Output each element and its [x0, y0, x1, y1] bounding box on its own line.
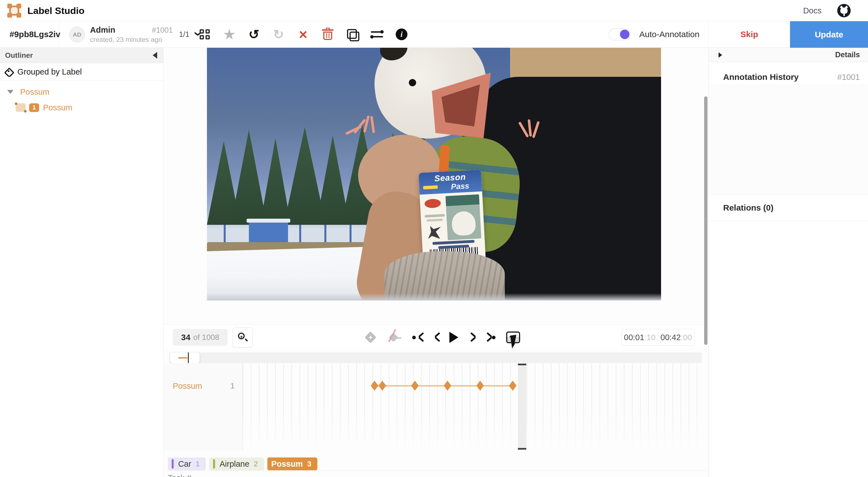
timeline-panel: Possum 1 [164, 363, 702, 451]
duplicate-annotation-button[interactable] [345, 27, 360, 42]
task-id[interactable]: #9pb8Lgs2iv [0, 21, 59, 47]
update-button[interactable]: Update [790, 21, 868, 48]
season-pass-badge: Season Pass [418, 170, 486, 265]
label-chip-airplane[interactable]: Airplane2 [209, 457, 264, 470]
keyframe-diamond[interactable] [411, 381, 418, 391]
close-icon: × [299, 27, 307, 42]
grouping-selector[interactable]: Grouped by Label [0, 63, 163, 81]
toggle-knob [620, 30, 629, 39]
next-frame-button[interactable] [469, 331, 474, 344]
outliner-group-possum[interactable]: Possum [0, 84, 163, 100]
info-icon: i [396, 29, 407, 40]
github-icon[interactable] [837, 4, 851, 17]
keyframe-diamond[interactable] [444, 381, 451, 391]
video-building [249, 222, 288, 244]
collapse-panel-icon[interactable] [719, 52, 722, 58]
annotation-history-id: #1001 [837, 73, 860, 82]
previous-keyframe-button[interactable] [412, 331, 423, 344]
annotation-meta[interactable]: Admin #1001 created, 23 minutes ago [90, 25, 173, 43]
previous-frame-button[interactable] [433, 331, 439, 344]
annotation-id: #1001 [152, 26, 173, 35]
settings-button[interactable] [370, 27, 384, 42]
grouping-label: Grouped by Label [17, 67, 82, 76]
outliner-region-possum[interactable]: 1 Possum [0, 100, 163, 115]
total-time[interactable]: 00:42:00 [658, 329, 694, 345]
timeline-playhead[interactable] [518, 364, 526, 450]
chevron-right-icon [485, 332, 491, 342]
tag-icon [4, 68, 13, 76]
time-display: 00:01:10 00:42:00 [621, 329, 694, 346]
timeline-minimap[interactable] [170, 352, 702, 363]
details-title: Details [835, 50, 860, 59]
view-all-button[interactable] [197, 27, 212, 42]
minimap-playhead[interactable] [188, 352, 189, 363]
keyframe-diamond[interactable] [509, 381, 517, 391]
label-color-bar [213, 459, 215, 469]
auto-annotation-toggle[interactable] [609, 28, 631, 40]
label-chip-possum[interactable]: Possum3 [267, 457, 317, 470]
zoom-button[interactable]: + [232, 327, 253, 347]
add-keyframe-button[interactable]: + [366, 331, 375, 344]
trash-icon [323, 29, 333, 40]
playback-controls: + [366, 329, 520, 346]
redo-icon: ↻ [273, 27, 284, 42]
keyframe-diamond[interactable] [371, 381, 378, 391]
label-studio-logo-icon[interactable] [7, 4, 21, 18]
label-hotkey: 1 [196, 460, 200, 468]
copy-icon [347, 29, 358, 40]
main-stage: Season Pass 34 of 1008 [164, 48, 708, 477]
annotation-toolbar: ★ ↺ ↻ × i [197, 21, 409, 47]
relations-title: Relations (0) [723, 203, 773, 212]
details-panel: Details Annotation History #1001 Relatio… [708, 48, 868, 477]
video-frame[interactable]: Season Pass [207, 48, 661, 301]
timeline-track-column: Possum 1 [164, 363, 243, 451]
divider [164, 471, 708, 471]
track-label: Possum [173, 381, 202, 391]
reset-button[interactable]: × [296, 27, 310, 42]
play-button[interactable] [450, 331, 458, 344]
star-icon: ★ [223, 27, 236, 42]
keyframe-add-icon: + [365, 332, 376, 343]
delete-annotation-button[interactable] [320, 27, 335, 42]
relations-section[interactable]: Relations (0) [709, 194, 868, 221]
task-footer-label: Task # [168, 473, 191, 477]
timeline-track-row[interactable]: Possum 1 [164, 378, 243, 394]
user-avatar[interactable]: AD [69, 27, 85, 42]
label-text: Car [178, 459, 191, 469]
caret-down-icon[interactable] [7, 90, 13, 94]
auto-annotation-label: Auto-Annotation [639, 30, 700, 39]
next-keyframe-button[interactable] [485, 331, 496, 344]
skip-button[interactable]: Skip [708, 21, 790, 47]
keyframe-diamond[interactable] [476, 381, 484, 391]
video-controls-bar: 34 of 1008 + + [164, 325, 708, 350]
timeline-grid[interactable] [243, 363, 702, 451]
chevron-left-icon [417, 332, 423, 342]
minimap-viewport[interactable] [170, 352, 200, 363]
vertical-scrollbar[interactable] [704, 96, 708, 345]
collapse-panel-icon[interactable] [153, 52, 157, 59]
track-count: 1 [230, 381, 235, 390]
redo-button[interactable]: ↻ [271, 27, 286, 42]
region-index-badge: 1 [29, 103, 39, 112]
label-hotkey: 3 [307, 460, 311, 468]
keyframe-diamond[interactable] [379, 381, 386, 391]
annotation-history-pane [709, 84, 868, 194]
grid-icon [200, 29, 210, 39]
pager-count: 1/1 [179, 30, 190, 39]
label-chip-car[interactable]: Car1 [168, 457, 206, 470]
group-label: Possum [20, 88, 50, 97]
badge-photo [445, 194, 481, 240]
label-hotkeys-row: Car1Airplane2Possum3 [168, 457, 317, 470]
undo-button[interactable]: ↺ [247, 27, 261, 42]
label-studio-app: Label Studio Docs #9pb8Lgs2iv AD Admin #… [0, 0, 868, 477]
frame-counter[interactable]: 34 of 1008 [173, 329, 228, 346]
info-button[interactable]: i [394, 27, 409, 42]
auto-annotation-control: Auto-Annotation [609, 21, 700, 47]
current-time[interactable]: 00:01:10 [622, 329, 658, 345]
current-frame: 34 [181, 333, 190, 342]
docs-link[interactable]: Docs [803, 0, 822, 21]
remove-keyframe-button[interactable] [385, 331, 402, 344]
user-name: Admin [90, 25, 115, 35]
magnifier-plus-icon: + [238, 333, 247, 342]
ground-truth-button[interactable]: ★ [222, 27, 237, 42]
